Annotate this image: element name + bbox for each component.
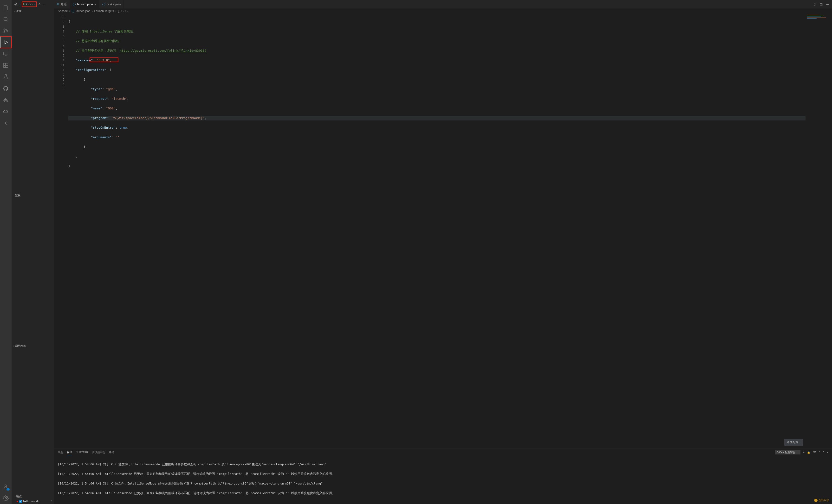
breakpoint-file: hello_world.c bbox=[23, 500, 40, 503]
breakpoint-line: 7 bbox=[50, 500, 52, 503]
tab-launch-json[interactable]: { }launch.json× bbox=[70, 0, 99, 8]
more-icon[interactable]: ⋯ bbox=[826, 2, 829, 6]
section-watch[interactable]: ›监视 bbox=[11, 193, 54, 198]
json-file-icon: { } bbox=[72, 9, 74, 13]
minimap[interactable] bbox=[806, 14, 832, 448]
chevron-right-icon: › bbox=[14, 344, 14, 347]
svg-point-14 bbox=[5, 485, 7, 487]
run-icon[interactable]: ▷ bbox=[814, 2, 816, 6]
chevron-down-icon: ⌄ bbox=[33, 3, 35, 5]
code-editor[interactable]: { // 使用 IntelliSense 了解相关属性。 // 悬停以查看现有属… bbox=[68, 14, 806, 448]
activity-bar: 1 bbox=[0, 0, 11, 504]
sidebar-header: 运行... ▷ GDB ⌄ ⚙ ⋯ bbox=[11, 0, 54, 8]
test-icon[interactable] bbox=[0, 71, 11, 83]
chevron-right-icon: › bbox=[14, 194, 14, 197]
section-variables[interactable]: ⌄变量 bbox=[11, 8, 54, 14]
editor-tabs: ⧉开始 { }launch.json× { }tasks.json ▷ ◫ ⋯ bbox=[54, 0, 832, 8]
accounts-badge: 1 bbox=[6, 488, 10, 491]
explorer-icon[interactable] bbox=[0, 2, 11, 13]
svg-rect-9 bbox=[6, 66, 8, 67]
ptab-output[interactable]: 输出 bbox=[67, 449, 72, 455]
run-config-name: GDB bbox=[26, 3, 32, 6]
maximize-icon[interactable]: ˅ bbox=[823, 451, 824, 454]
run-config-dropdown[interactable]: ▷ GDB ⌄ bbox=[22, 2, 37, 7]
extensions-icon[interactable] bbox=[0, 60, 11, 71]
ptab-debug-console[interactable]: 调试控制台 bbox=[92, 450, 105, 455]
ptab-jupyter[interactable]: JUPYTER bbox=[76, 450, 88, 455]
svg-point-2 bbox=[4, 32, 5, 33]
back-icon[interactable] bbox=[0, 117, 11, 129]
source-control-icon[interactable] bbox=[0, 25, 11, 36]
tab-tasks-json[interactable]: { }tasks.json bbox=[99, 0, 124, 8]
lock-icon[interactable]: 🔒 bbox=[807, 451, 810, 454]
section-callstack[interactable]: ›调用堆栈 bbox=[11, 343, 54, 349]
accounts-icon[interactable]: 1 bbox=[0, 481, 11, 493]
ptab-problems[interactable]: 问题 bbox=[58, 450, 63, 455]
tab-start[interactable]: ⧉开始 bbox=[54, 0, 70, 8]
docker-icon[interactable] bbox=[0, 94, 11, 106]
json-file-icon: { } bbox=[102, 2, 105, 6]
settings-gear-icon[interactable] bbox=[0, 493, 11, 504]
watermark: 创新互联 bbox=[813, 498, 831, 503]
breakpoint-dot-icon: ● bbox=[16, 500, 18, 503]
section-breakpoints[interactable]: ⌄断点 bbox=[11, 494, 54, 499]
bottom-panel: 问题 输出 JUPYTER 调试控制台 终端 C/C++ 配置警告 ≡ 🔒 ⌫ … bbox=[54, 448, 832, 504]
run-label: 运行... bbox=[14, 2, 21, 6]
gear-icon[interactable]: ⚙ bbox=[38, 3, 41, 6]
svg-rect-7 bbox=[6, 63, 8, 65]
svg-point-4 bbox=[4, 44, 4, 44]
chevron-down-icon: ⌄ bbox=[14, 10, 16, 12]
github-icon[interactable] bbox=[0, 83, 11, 94]
output-body[interactable]: [10/11/2022, 1:54:06 AM] 对于 C++ 源文件，Inte… bbox=[54, 456, 832, 504]
close-icon[interactable]: × bbox=[94, 2, 96, 6]
json-file-icon: { } bbox=[73, 2, 76, 6]
search-icon[interactable] bbox=[0, 13, 11, 25]
line-gutter: 10 9 8 7 6 5 4 3 2 1 11 1 2 3 4 5 bbox=[54, 14, 68, 448]
play-icon[interactable]: ▷ bbox=[23, 3, 25, 6]
debug-sidebar: 运行... ▷ GDB ⌄ ⚙ ⋯ ⌄变量 ›监视 ›调用堆栈 ⌄断点 ● he… bbox=[11, 0, 54, 504]
remote-icon[interactable] bbox=[0, 48, 11, 60]
svg-point-0 bbox=[4, 17, 7, 21]
add-configuration-button[interactable]: 添加配置... bbox=[784, 439, 803, 446]
svg-rect-5 bbox=[4, 52, 8, 55]
filter-icon[interactable]: ≡ bbox=[803, 451, 804, 454]
svg-point-1 bbox=[4, 29, 5, 30]
chevron-up-icon[interactable]: ˄ bbox=[819, 451, 821, 454]
svg-rect-6 bbox=[4, 63, 5, 65]
more-icon[interactable]: ⋯ bbox=[42, 3, 45, 6]
svg-rect-8 bbox=[4, 66, 5, 67]
breakpoint-checkbox[interactable] bbox=[19, 500, 22, 503]
run-debug-icon[interactable] bbox=[0, 36, 11, 48]
vscode-file-icon: ⧉ bbox=[57, 2, 59, 6]
clear-icon[interactable]: ⌫ bbox=[813, 451, 816, 454]
output-channel-select[interactable]: C/C++ 配置警告 bbox=[775, 450, 801, 454]
split-editor-icon[interactable]: ◫ bbox=[820, 2, 823, 6]
chevron-down-icon: ⌄ bbox=[14, 495, 16, 498]
cloud-icon[interactable] bbox=[0, 106, 11, 117]
ptab-terminal[interactable]: 终端 bbox=[109, 450, 114, 455]
breadcrumb[interactable]: .vscode› { }launch.json› Launch Targets›… bbox=[54, 8, 832, 14]
editor-area: ⧉开始 { }launch.json× { }tasks.json ▷ ◫ ⋯ … bbox=[54, 0, 832, 504]
svg-rect-13 bbox=[5, 99, 6, 99]
svg-point-3 bbox=[7, 30, 8, 31]
svg-point-15 bbox=[5, 498, 6, 499]
close-panel-icon[interactable]: × bbox=[827, 451, 828, 454]
